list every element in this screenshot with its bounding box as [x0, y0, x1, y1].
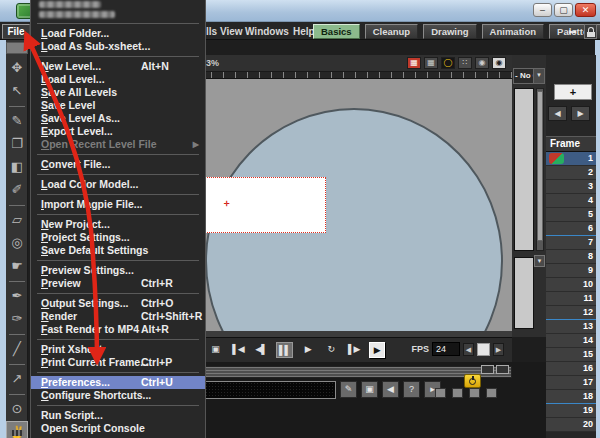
add-frame-button[interactable]: +: [554, 84, 592, 100]
preview-button[interactable]: ◉: [475, 57, 489, 69]
xsheet-frame-row[interactable]: 12: [546, 306, 596, 320]
checker-background-button[interactable]: ∷: [458, 57, 472, 69]
xsheet-frame-row[interactable]: 20: [546, 418, 596, 432]
level-strip-cells[interactable]: [514, 257, 534, 329]
xsheet-frame-row[interactable]: 16: [546, 362, 596, 376]
next-frame-nav-button[interactable]: ▶: [571, 106, 590, 121]
menu-item[interactable]: Save Level ▶: [31, 99, 205, 112]
redacted-menu-item[interactable]: ▶: [31, 0, 205, 10]
help-button[interactable]: ?: [403, 381, 420, 398]
animate-tool-icon[interactable]: ✥: [6, 57, 28, 80]
menu-item[interactable]: Open Recent Level File ▶: [31, 138, 205, 151]
menu-item[interactable]: Load Folder... ▶: [31, 27, 205, 40]
scene-thumbnail-icon[interactable]: [486, 388, 497, 398]
xsheet-frame-row[interactable]: 11: [546, 292, 596, 306]
xsheet-frame-row[interactable]: 10: [546, 278, 596, 292]
menu-item[interactable]: New Level... Alt+N ▶: [31, 60, 205, 73]
room-tab[interactable]: Basics: [313, 24, 360, 39]
xsheet-frame-row[interactable]: 19: [546, 404, 596, 418]
menu-item[interactable]: Convert File... ▶: [31, 158, 205, 171]
scrollbar-thumb[interactable]: [537, 91, 543, 241]
control-point-editor-tool-icon[interactable]: ↗: [6, 368, 28, 391]
style-picker-tool-icon[interactable]: ✒: [6, 285, 28, 308]
eraser-tool-icon[interactable]: ▱: [6, 209, 28, 232]
scene-thumbnail-icon[interactable]: [452, 388, 463, 398]
xsheet-frame-row[interactable]: 17: [546, 376, 596, 390]
scene-thumbnail-icon[interactable]: [435, 388, 446, 398]
scene-thumbnail-icon[interactable]: [469, 388, 480, 398]
xsheet-frame-row[interactable]: 1: [546, 152, 596, 166]
paint-brush-tool-icon[interactable]: ✐: [6, 179, 28, 202]
xsheet-frame-row[interactable]: 2: [546, 166, 596, 180]
maximize-button[interactable]: ▢: [554, 3, 573, 17]
redacted-menu-item[interactable]: ▶: [31, 10, 205, 20]
command-bar[interactable]: [198, 381, 336, 399]
fps-increase-button[interactable]: ▶: [493, 343, 504, 356]
file-menu-button[interactable]: File: [2, 24, 30, 39]
viewer-canvas[interactable]: ✛: [195, 79, 512, 337]
menu-help[interactable]: Help: [293, 26, 315, 37]
safe-area-button[interactable]: ◯: [441, 57, 455, 69]
rgb-picker-tool-icon[interactable]: ✑: [6, 308, 28, 331]
freeze-button[interactable]: ▦: [407, 57, 421, 69]
menu-item[interactable]: Open Script Console ▶: [31, 422, 205, 435]
xsheet-frame-row[interactable]: 4: [546, 194, 596, 208]
next-frame-button[interactable]: ▌▶: [346, 342, 362, 358]
room-flip-icon[interactable]: ▸◂: [569, 27, 575, 36]
menu-windows[interactable]: Windows: [245, 26, 289, 37]
level-strip-cells[interactable]: [514, 88, 534, 251]
xsheet-frame-row[interactable]: 18: [546, 390, 596, 404]
menu-view[interactable]: View: [220, 26, 243, 37]
xsheet-frame-row[interactable]: 3: [546, 180, 596, 194]
tape-tool-icon[interactable]: ◎: [6, 232, 28, 255]
menu-item[interactable]: Preview Settings... ▶: [31, 264, 205, 277]
pause-button[interactable]: ▌▌: [276, 342, 293, 358]
panel-option-button[interactable]: [481, 365, 494, 374]
last-frame-button[interactable]: ▶: [369, 342, 385, 358]
fps-field[interactable]: 24: [432, 342, 460, 356]
brush-tool-icon[interactable]: ✎: [6, 110, 28, 133]
panel-option-button[interactable]: [496, 365, 509, 374]
menu-item[interactable]: Print Xsheet ▶: [31, 343, 205, 356]
xsheet-frame-row[interactable]: 7: [546, 236, 596, 250]
close-button[interactable]: ✕: [575, 3, 596, 17]
menu-item[interactable]: Save All Levels ▶: [31, 86, 205, 99]
loop-button[interactable]: ↻: [323, 342, 339, 358]
menu-item[interactable]: Configure Shortcuts... ▶: [31, 389, 205, 402]
fill-tool-icon[interactable]: ◧: [6, 156, 28, 179]
camera-table-view-button[interactable]: ▦: [424, 57, 438, 69]
fps-decrease-button[interactable]: ◀: [463, 343, 474, 356]
ruler-tool-icon[interactable]: ╱: [6, 338, 28, 361]
edit-scene-button[interactable]: ✎: [340, 381, 357, 398]
chevron-down-icon[interactable]: ▼: [534, 68, 545, 84]
room-tab[interactable]: Cleanup: [365, 24, 418, 39]
menu-item[interactable]: Export Level... ▶: [31, 125, 205, 138]
menu-item[interactable]: Preferences... Ctrl+U ▶: [31, 376, 205, 389]
xsheet-frame-row[interactable]: 9: [546, 264, 596, 278]
minimize-button[interactable]: –: [533, 3, 552, 17]
xsheet-frame-row[interactable]: 6: [546, 222, 596, 236]
menu-item[interactable]: Output Settings... Ctrl+O ▶: [31, 297, 205, 310]
menu-item[interactable]: Run Script... ▶: [31, 409, 205, 422]
save-scene-button[interactable]: ▣: [361, 381, 378, 398]
menu-item[interactable]: Save Default Settings ▶: [31, 244, 205, 257]
menu-item[interactable]: Load Color Model... ▶: [31, 178, 205, 191]
menu-item[interactable]: Import Magpie File... ▶: [31, 198, 205, 211]
xsheet-frame-row[interactable]: 8: [546, 250, 596, 264]
selection-tool-icon[interactable]: ↖: [6, 80, 28, 103]
room-tab[interactable]: Drawing: [423, 24, 476, 39]
menu-item[interactable]: New Project... ▶: [31, 218, 205, 231]
menu-item[interactable]: Render Ctrl+Shift+R ▶: [31, 310, 205, 323]
xsheet-frame-row[interactable]: 13: [546, 320, 596, 334]
sub-camera-preview-button[interactable]: ◉: [492, 57, 506, 69]
level-combo[interactable]: - No C ▼: [513, 68, 545, 84]
room-tab[interactable]: Animation: [482, 24, 544, 39]
power-button[interactable]: [464, 374, 481, 388]
menu-item[interactable]: Load As Sub-xsheet... ▶: [31, 40, 205, 53]
menu-item[interactable]: Preview Ctrl+R ▶: [31, 277, 205, 290]
xsheet-frame-row[interactable]: 14: [546, 334, 596, 348]
zoom-tool-icon[interactable]: ⊙: [6, 398, 28, 421]
toolbar-handle[interactable]: [6, 42, 28, 54]
menu-cells-fragment[interactable]: lls: [206, 26, 217, 37]
xsheet-frame-row[interactable]: 5: [546, 208, 596, 222]
